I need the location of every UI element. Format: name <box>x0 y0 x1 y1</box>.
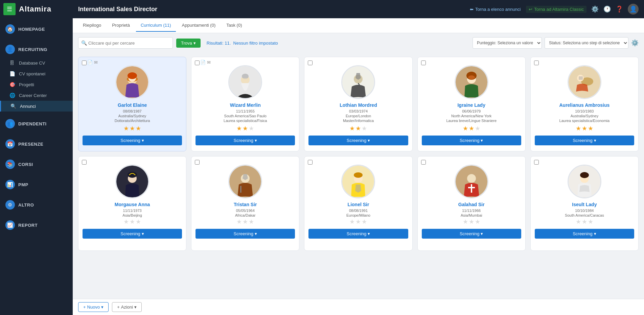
bottombar: + Nuovo ▾ + Azioni ▾ <box>73 299 644 315</box>
card-dob-4: 06/06/1979 <box>462 109 481 113</box>
tab-riepilogo[interactable]: Riepilogo <box>78 19 106 32</box>
card-dob-9: 11/11/1966 <box>462 209 481 213</box>
tab-appuntamenti[interactable]: Appuntamenti (0) <box>177 19 221 32</box>
sidebar-item-homepage[interactable]: 🏠 HOMEPAGE <box>0 21 73 37</box>
screening-button-2[interactable]: Screening ▾ <box>196 136 295 145</box>
card-name-4[interactable]: Igraine Lady <box>457 102 485 108</box>
card-checkbox-7[interactable] <box>195 160 200 165</box>
sidebar-item-progetti[interactable]: 🎯 Progetti <box>0 79 73 90</box>
card-checkbox-5[interactable] <box>534 60 539 65</box>
trova-button[interactable]: Trova ▾ <box>176 39 201 48</box>
card-name-2[interactable]: Wizard Merlin <box>230 102 261 108</box>
card-4: Igraine Lady 06/06/1979 North America/Ne… <box>417 57 526 151</box>
card-checkbox-1[interactable] <box>82 60 87 65</box>
sidebar-item-database-cv[interactable]: 🗄 Database CV <box>0 57 73 68</box>
screening-button-5[interactable]: Screening ▾ <box>535 136 634 145</box>
star-2: ★ <box>582 125 587 132</box>
filter-gear-icon[interactable]: ⚙️ <box>631 39 639 47</box>
sidebar-item-pmp[interactable]: 📊 PMP <box>0 176 73 193</box>
cv-icon: 📄 <box>200 60 206 65</box>
progetti-icon: 🎯 <box>9 82 16 87</box>
card-name-10[interactable]: Iseult Lady <box>572 202 597 207</box>
svg-rect-19 <box>579 76 583 80</box>
card-location-7: Africa/Dakar <box>235 213 256 217</box>
hamburger-button[interactable]: ☰ <box>3 3 16 15</box>
clock-icon[interactable]: 🕐 <box>603 5 611 13</box>
card-name-7[interactable]: Tristan Sir <box>234 202 257 207</box>
screening-chevron-icon-5: ▾ <box>594 138 596 143</box>
screening-button-8[interactable]: Screening ▾ <box>308 229 408 239</box>
card-stars-4: ★★★ <box>463 125 480 132</box>
help-icon[interactable]: ❓ <box>616 5 623 13</box>
classic-link[interactable]: ↩ Torna ad Altamira Classic <box>526 6 586 13</box>
email-icon: ✉ <box>94 60 98 65</box>
screening-button-9[interactable]: Screening ▾ <box>422 229 521 239</box>
star-3: ★ <box>362 218 367 225</box>
sidebar-item-career-center[interactable]: 🌐 Career Center <box>0 90 73 101</box>
card-checkbox-6[interactable] <box>82 160 87 165</box>
tab-proprieta[interactable]: Proprietà <box>107 19 135 32</box>
sidebar-item-corsi[interactable]: 📚 CORSI <box>0 156 73 172</box>
nuovo-button[interactable]: + Nuovo ▾ <box>78 302 109 312</box>
screening-label-9: Screening <box>460 231 480 236</box>
card-name-1[interactable]: Garlot Elaine <box>118 102 147 108</box>
sidebar-item-recruiting[interactable]: 👤 RECRUITING <box>0 41 73 57</box>
back-to-list-link[interactable]: ⬅ Torna a elenco annunci <box>470 7 521 12</box>
screening-button-6[interactable]: Screening ▾ <box>83 229 182 239</box>
card-name-6[interactable]: Morgause Anna <box>115 202 150 207</box>
svg-point-15 <box>468 75 475 79</box>
card-name-5[interactable]: Aurelianus Ambrosius <box>559 102 610 108</box>
avatar[interactable]: 👤 <box>628 4 639 15</box>
tab-curriculum[interactable]: Curriculum (11) <box>136 19 176 32</box>
card-checkbox-10[interactable] <box>534 160 539 165</box>
sidebar-item-cv-spontanei[interactable]: 📄 CV spontanei <box>0 68 73 79</box>
cv-icon: 📄 <box>87 60 93 65</box>
career-center-icon: 🌐 <box>9 93 16 98</box>
sidebar-section-altro: ⚙ ALTRO <box>0 194 73 214</box>
main-area: International Sales Director ⬅ Torna a e… <box>73 0 644 315</box>
card-name-3[interactable]: Lothian Mordred <box>340 102 377 108</box>
screening-button-1[interactable]: Screening ▾ <box>83 136 182 145</box>
card-location-6: Asia/Beijing <box>122 213 142 217</box>
sidebar-item-annunci[interactable]: 🔍 Annunci <box>0 101 73 112</box>
svg-point-4 <box>128 72 137 79</box>
sidebar-logo-area: ☰ Altamira <box>0 0 73 18</box>
sidebar-item-report[interactable]: 📈 REPORT <box>0 217 73 233</box>
card-location-9: Asia/Mumbai <box>461 213 482 217</box>
status-select[interactable]: Status: Seleziona uno step di selezione <box>545 37 628 49</box>
cards-grid: 📄✉ Garlot Elaine 08/08/1987 Australia/Sy… <box>78 57 639 251</box>
tab-task[interactable]: Task (0) <box>222 19 247 32</box>
card-7: Tristan Sir 05/05/1964 Africa/Dakar ★★★ … <box>191 156 299 251</box>
report-icon: 📈 <box>5 220 15 230</box>
card-checkbox-2[interactable] <box>195 60 200 65</box>
sidebar-item-dipendenti[interactable]: 👥 DIPENDENTI <box>0 116 73 132</box>
star-3: ★ <box>588 125 593 132</box>
card-name-8[interactable]: Lionel Sir <box>348 202 369 207</box>
homepage-label: HOMEPAGE <box>18 27 45 32</box>
screening-button-10[interactable]: Screening ▾ <box>535 229 634 239</box>
card-edu-2: Laurea specialistica/Fisica <box>224 119 267 123</box>
card-stars-8: ★★★ <box>349 218 367 225</box>
search-input[interactable] <box>88 41 170 46</box>
star-2: ★ <box>130 218 135 225</box>
punteggio-select[interactable]: Punteggio: Seleziona un valore <box>473 37 542 49</box>
nuovo-label: Nuovo <box>87 305 100 310</box>
screening-chevron-icon-10: ▾ <box>594 231 596 236</box>
screening-button-3[interactable]: Screening ▾ <box>308 136 408 145</box>
card-name-9[interactable]: Galahad Sir <box>458 202 485 207</box>
screening-chevron-icon-3: ▾ <box>368 138 370 143</box>
screening-button-4[interactable]: Screening ▾ <box>422 136 521 145</box>
card-checkbox-4[interactable] <box>421 60 426 65</box>
card-checkbox-3[interactable] <box>308 60 313 65</box>
card-location-3: Europe/London <box>346 114 371 118</box>
screening-button-7[interactable]: Screening ▾ <box>196 229 295 239</box>
card-edu-1: Dottorato/Architettura <box>115 119 150 123</box>
settings-icon[interactable]: ⚙️ <box>591 5 599 13</box>
sidebar-item-presenze[interactable]: 📅 PRESENZE <box>0 136 73 152</box>
sidebar-item-altro[interactable]: ⚙ ALTRO <box>0 197 73 213</box>
card-checkbox-9[interactable] <box>421 160 426 165</box>
altro-icon: ⚙ <box>5 200 15 210</box>
screening-label-8: Screening <box>347 231 367 236</box>
card-checkbox-8[interactable] <box>308 160 313 165</box>
azioni-button[interactable]: + Azioni ▾ <box>112 302 142 312</box>
